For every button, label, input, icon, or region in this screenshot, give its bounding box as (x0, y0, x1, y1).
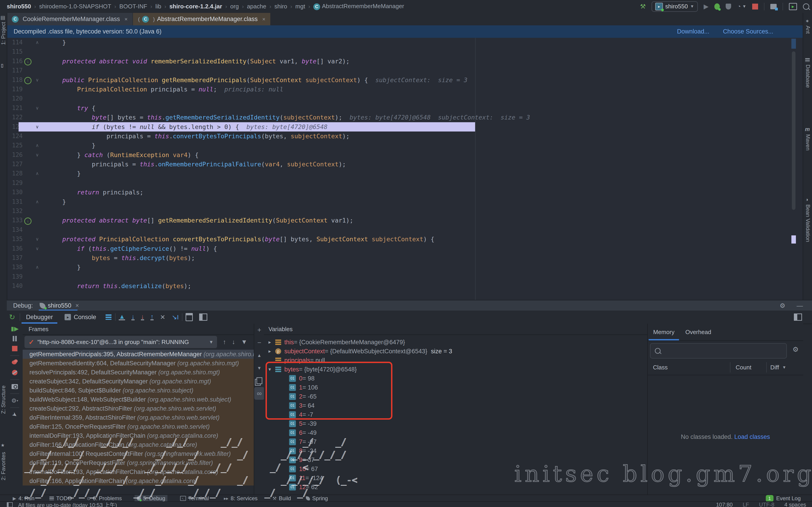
fold-marker-icon[interactable]: ∨ (36, 244, 42, 253)
toolwindow-button-services[interactable]: ▸▸8: Services (221, 495, 260, 502)
step-out-icon[interactable]: ↑ (150, 314, 154, 320)
close-icon[interactable]: × (262, 16, 265, 22)
profiler-icon[interactable]: ◔ (737, 3, 741, 10)
frame-row[interactable]: createSubject:292, AbstractShiroFilter (… (23, 404, 254, 413)
view-breakpoints-icon[interactable] (7, 357, 23, 368)
fold-marker-icon[interactable]: ∨ (36, 75, 42, 84)
doc-icon[interactable]: ▯ (1, 63, 3, 68)
fold-marker-icon[interactable]: ∨ (36, 234, 42, 244)
move-down-icon[interactable]: ▼ (254, 362, 264, 374)
event-log-button[interactable]: 1 Event Log (766, 495, 801, 502)
choose-sources-link[interactable]: Choose Sources... (723, 28, 773, 35)
fold-marker-icon[interactable]: ∨ (36, 150, 42, 160)
array-element-row[interactable]: 0111 = -124 (264, 473, 647, 483)
sidebar-item-favorites[interactable]: 2: Favorites (0, 452, 7, 480)
column-count[interactable]: Count (735, 364, 751, 371)
gear-icon[interactable]: ⚙ (779, 302, 785, 309)
sidebar-item-ant[interactable]: Ant (805, 25, 811, 34)
close-icon[interactable]: × (75, 302, 79, 309)
array-element-row[interactable]: 0110 = 67 (264, 464, 647, 473)
array-element-row[interactable]: 015 = -39 (264, 419, 647, 428)
fold-marker-icon[interactable]: ∧ (36, 38, 42, 47)
gear-icon[interactable]: ⚙ (793, 345, 799, 353)
project-structure-icon[interactable] (770, 4, 777, 9)
debug-session-tab[interactable]: shiro550 × (40, 300, 79, 311)
tab-overhead[interactable]: Overhead (680, 324, 717, 340)
layout-bars-icon[interactable] (106, 315, 111, 320)
fold-marker-icon[interactable]: ∧ (36, 197, 42, 207)
frame-row[interactable]: internalDoFilter:193, ApplicationFilterC… (23, 431, 254, 440)
step-over-icon[interactable]: ↓ (132, 314, 135, 320)
column-class[interactable]: Class (653, 364, 668, 371)
download-link[interactable]: Download... (677, 28, 709, 35)
column-diff[interactable]: Diff▼ (770, 364, 786, 371)
breadcrumb-item[interactable]: shiro550 (7, 3, 31, 10)
search-everywhere-icon[interactable] (803, 3, 809, 10)
toolwindow-button-debug[interactable]: 5: Debug (135, 495, 167, 502)
breadcrumb-item[interactable]: org (230, 3, 239, 10)
frame-row[interactable]: doFilter:125, OncePerRequestFilter (org.… (23, 422, 254, 431)
debug-icon[interactable] (714, 3, 720, 10)
frame-row[interactable]: doFilterInternal:359, AbstractShiroFilte… (23, 413, 254, 422)
layout-settings-icon[interactable] (199, 314, 207, 321)
resume-icon[interactable]: ▮▶ (7, 324, 23, 334)
frame-row[interactable]: createSubject:342, DefaultSecurityManage… (23, 377, 254, 386)
array-element-row[interactable]: 0112 = 62 (264, 483, 647, 492)
breadcrumb-item[interactable]: apache (247, 3, 266, 10)
restore-layout-icon[interactable] (794, 314, 802, 321)
fold-marker-icon[interactable]: ∧ (36, 169, 42, 178)
sidebar-item-database[interactable]: Database (805, 64, 811, 88)
breadcrumb-item[interactable]: shiro-core-1.2.4.jar (169, 3, 222, 10)
build-hammer-icon[interactable]: ⚒ (640, 3, 646, 10)
breadcrumb-item[interactable]: BOOT-INF (119, 3, 147, 10)
frame-row[interactable]: getRememberedPrincipals:395, AbstractRem… (23, 350, 254, 359)
run-config-selector[interactable]: ▸ shiro550 ▼ (652, 1, 698, 12)
filter-icon[interactable]: ▼ (241, 338, 247, 346)
toolwindow-button-spring[interactable]: Spring (304, 495, 330, 502)
frame-row[interactable]: getRememberedIdentity:604, DefaultSecuri… (23, 359, 254, 368)
step-into-icon[interactable]: ↓ (141, 314, 144, 320)
show-execution-point-icon[interactable]: ▲ (119, 314, 125, 320)
fold-marker-icon[interactable]: ∨ (36, 122, 42, 131)
run-anything-icon[interactable]: ▶ (789, 3, 797, 10)
breadcrumb-item[interactable]: CAbstractRememberMeManager (313, 3, 404, 10)
editor-tab[interactable]: (C)AbstractRememberMeManager.class× (133, 13, 270, 25)
pin-icon[interactable]: ➤ (7, 410, 23, 419)
thread-selector[interactable]: ✓ "http-nio-8080-exec-10"@6...3 in group… (24, 336, 217, 348)
mute-breakpoints-icon[interactable] (7, 368, 23, 378)
memory-search-input[interactable] (650, 343, 787, 358)
array-element-row[interactable]: 017 = -97 (264, 437, 647, 446)
next-frame-icon[interactable]: ↓ (232, 338, 235, 346)
code-editor[interactable]: 1141151161171181191201211221231241251261… (7, 38, 803, 300)
tab-console[interactable]: ▸Console (59, 311, 102, 324)
move-up-icon[interactable]: ▲ (254, 349, 264, 362)
show-watches-icon[interactable]: ∞ (254, 387, 264, 400)
thread-dump-icon[interactable] (7, 382, 23, 392)
breadcrumb-item[interactable]: shirodemo-1.0-SNAPSHOT (39, 3, 111, 10)
stop-icon[interactable] (752, 4, 758, 9)
breadcrumb-item[interactable]: mgt (295, 3, 305, 10)
fold-marker-icon[interactable]: ∧ (36, 141, 42, 150)
chevron-icon[interactable]: ▸ (268, 339, 275, 345)
prev-frame-icon[interactable]: ↑ (223, 338, 226, 346)
project-folder-icon[interactable]: ▤ (0, 15, 5, 20)
stop-debug-icon[interactable] (7, 344, 23, 353)
run-to-cursor-icon[interactable]: ↘I (172, 314, 179, 321)
chevron-icon[interactable]: ▸ (268, 348, 275, 354)
debugger-settings-icon[interactable]: ⚙▾ (7, 396, 23, 406)
frame-row[interactable]: resolvePrincipals:492, DefaultSecurityMa… (23, 368, 254, 377)
frame-row[interactable]: buildWebSubject:148, WebSubject$Builder … (23, 395, 254, 404)
editor-tab[interactable]: CCookieRememberMeManager.class× (7, 13, 133, 25)
tab-memory[interactable]: Memory (648, 324, 680, 340)
column-divider[interactable] (766, 362, 767, 373)
sidebar-item-maven[interactable]: Maven (805, 134, 811, 151)
variable-row[interactable]: ▸this = {CookieRememberMeManager@6479} (264, 338, 647, 347)
run-icon[interactable]: ▶ (704, 3, 709, 10)
frame-row[interactable]: doFilterInternal:100, RequestContextFilt… (23, 449, 254, 458)
minimize-icon[interactable]: — (797, 302, 803, 309)
load-classes-link[interactable]: Load classes (734, 434, 770, 440)
tab-debugger[interactable]: Debugger (20, 311, 59, 324)
column-divider[interactable] (730, 362, 730, 373)
variable-row[interactable]: ▸psubjectContext = {DefaultWebSubjectCon… (264, 347, 647, 356)
indent-setting[interactable]: 4 spaces (784, 502, 806, 507)
